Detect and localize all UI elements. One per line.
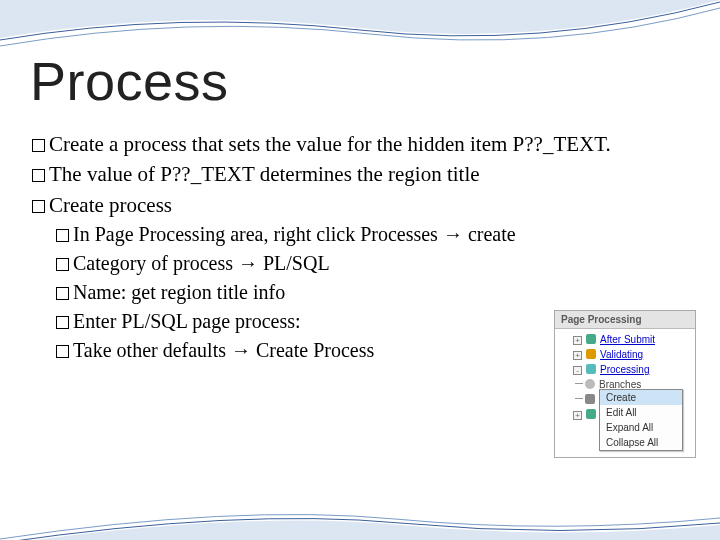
arrow-glyph: → (238, 252, 258, 274)
validate-icon (586, 349, 596, 359)
page-processing-panel: Page Processing +After Submit +Validatin… (554, 310, 696, 458)
sub-bullet-item: In Page Processing area, right click Pro… (56, 221, 700, 248)
bottom-swoosh-decoration (0, 500, 720, 540)
square-bullet-icon (32, 169, 45, 182)
square-bullet-icon (56, 316, 69, 329)
bullet-item: The value of P??_TEXT determines the reg… (32, 160, 700, 188)
bullet-text: Create a process that sets the value for… (49, 132, 611, 156)
square-bullet-icon (56, 258, 69, 271)
square-bullet-icon (32, 200, 45, 213)
plus-icon: + (573, 351, 582, 360)
gear-icon (585, 394, 595, 404)
arrow-glyph: → (231, 339, 251, 361)
bullet-text: The value of P??_TEXT determines the reg… (49, 162, 480, 186)
square-bullet-icon (56, 287, 69, 300)
arrow-glyph: → (443, 223, 463, 245)
menu-item-edit-all[interactable]: Edit All (600, 405, 682, 420)
tree-label: After Submit (600, 334, 655, 345)
tree-node-after-submit[interactable]: +After Submit (573, 332, 693, 347)
square-bullet-icon (56, 229, 69, 242)
sub-bullet-text: Create Process (251, 339, 374, 361)
sub-bullet-item: Category of process → PL/SQL (56, 250, 700, 277)
process-icon (586, 334, 596, 344)
square-bullet-icon (56, 345, 69, 358)
tree-label: Processing (600, 364, 649, 375)
menu-item-expand-all[interactable]: Expand All (600, 420, 682, 435)
bullet-item: Create process (32, 191, 700, 219)
plus-icon: + (573, 411, 582, 420)
sub-bullet-text: PL/SQL (258, 252, 330, 274)
sub-bullet-text: In Page Processing area, right click Pro… (73, 223, 443, 245)
sub-bullet-text: Enter PL/SQL page process: (73, 310, 301, 332)
sub-bullet-text: Name: get region title info (73, 281, 285, 303)
menu-item-collapse-all[interactable]: Collapse All (600, 435, 682, 450)
minus-icon: - (573, 366, 582, 375)
bullet-item: Create a process that sets the value for… (32, 130, 700, 158)
panel-header: Page Processing (555, 311, 695, 329)
processing-icon (586, 364, 596, 374)
tree-label: Validating (600, 349, 643, 360)
plus-icon: + (573, 336, 582, 345)
context-menu: Create Edit All Expand All Collapse All (599, 389, 683, 451)
tree-node-processing[interactable]: -Processing (573, 362, 693, 377)
sub-bullet-text: Take other defaults (73, 339, 231, 361)
slide-title: Process (30, 50, 700, 112)
sub-bullet-text: Category of process (73, 252, 238, 274)
sub-bullet-text: create (463, 223, 516, 245)
square-bullet-icon (32, 139, 45, 152)
menu-item-create[interactable]: Create (600, 390, 682, 405)
tree-node-validating[interactable]: +Validating (573, 347, 693, 362)
process-icon (586, 409, 596, 419)
branch-icon (585, 379, 595, 389)
bullet-text: Create process (49, 193, 172, 217)
sub-bullet-item: Name: get region title info (56, 279, 700, 306)
